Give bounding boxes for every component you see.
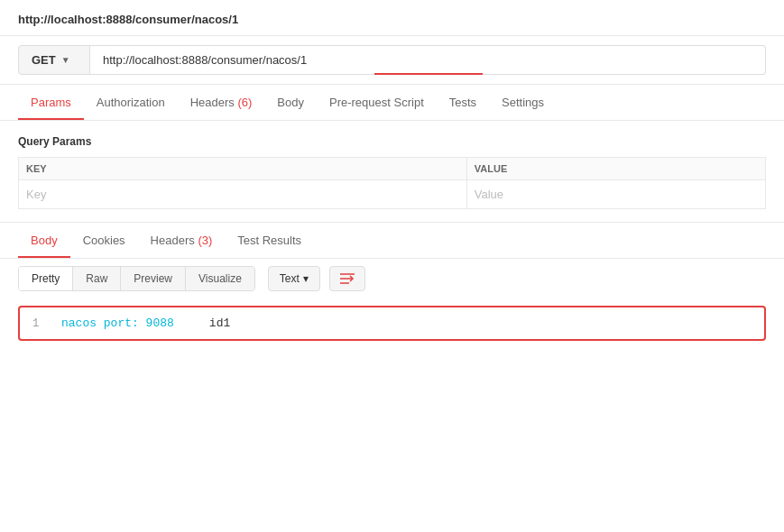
format-btn-raw[interactable]: Raw [73, 267, 121, 290]
method-selector[interactable]: GET ▼ [18, 45, 90, 75]
tab-settings[interactable]: Settings [489, 85, 557, 120]
line-number: 1 [32, 317, 43, 330]
value-cell[interactable]: Value [466, 180, 765, 209]
url-input-wrapper [90, 45, 766, 75]
params-table: KEY VALUE Key Value [18, 157, 766, 209]
query-params-section: Query Params KEY VALUE Key Value [0, 121, 784, 209]
wrap-icon [339, 272, 355, 285]
query-params-title: Query Params [18, 130, 766, 153]
tab-body[interactable]: Body [264, 85, 317, 120]
key-cell[interactable]: Key [19, 180, 467, 209]
url-title-bar: http://localhost:8888/consumer/nacos/1 [0, 0, 784, 36]
response-body: 1 nacos port: 9088 id1 [18, 306, 766, 341]
format-btn-group: Pretty Raw Preview Visualize [18, 266, 255, 291]
format-btn-pretty[interactable]: Pretty [19, 267, 73, 290]
wrap-button[interactable] [329, 266, 365, 291]
table-row: Key Value [19, 180, 766, 209]
tab-authorization[interactable]: Authorization [84, 85, 178, 120]
method-label: GET [32, 53, 56, 67]
tab-pre-request-script[interactable]: Pre-request Script [317, 85, 437, 120]
tab-headers[interactable]: Headers (6) [178, 85, 265, 120]
tab-tests[interactable]: Tests [437, 85, 489, 120]
col-key-header: KEY [19, 158, 467, 180]
tab-response-headers[interactable]: Headers (3) [138, 223, 226, 258]
text-type-selector[interactable]: Text ▾ [268, 266, 320, 291]
chevron-down-icon: ▾ [303, 272, 309, 285]
tab-cookies[interactable]: Cookies [70, 223, 138, 258]
format-bar: Pretty Raw Preview Visualize Text ▾ [0, 259, 784, 298]
chevron-down-icon: ▼ [61, 55, 70, 65]
tab-params[interactable]: Params [18, 85, 84, 120]
tab-response-body[interactable]: Body [18, 223, 70, 258]
request-bar: GET ▼ [0, 36, 784, 85]
col-value-header: VALUE [466, 158, 765, 180]
code-content: nacos port: 9088 id1 [61, 316, 230, 330]
text-type-label: Text [280, 272, 300, 285]
response-headers-badge: (3) [198, 234, 212, 247]
format-btn-preview[interactable]: Preview [121, 267, 186, 290]
response-tabs-bar: Body Cookies Headers (3) Test Results [0, 223, 784, 259]
url-input[interactable] [90, 45, 766, 75]
url-title: http://localhost:8888/consumer/nacos/1 [18, 13, 238, 26]
request-tabs-bar: Params Authorization Headers (6) Body Pr… [0, 85, 784, 121]
url-underline [374, 73, 483, 75]
cyan-text: nacos port: 9088 [61, 316, 174, 330]
headers-badge: (6) [237, 96, 252, 109]
tab-test-results[interactable]: Test Results [225, 223, 314, 258]
code-line-1: 1 nacos port: 9088 id1 [32, 316, 752, 330]
format-btn-visualize[interactable]: Visualize [186, 267, 254, 290]
